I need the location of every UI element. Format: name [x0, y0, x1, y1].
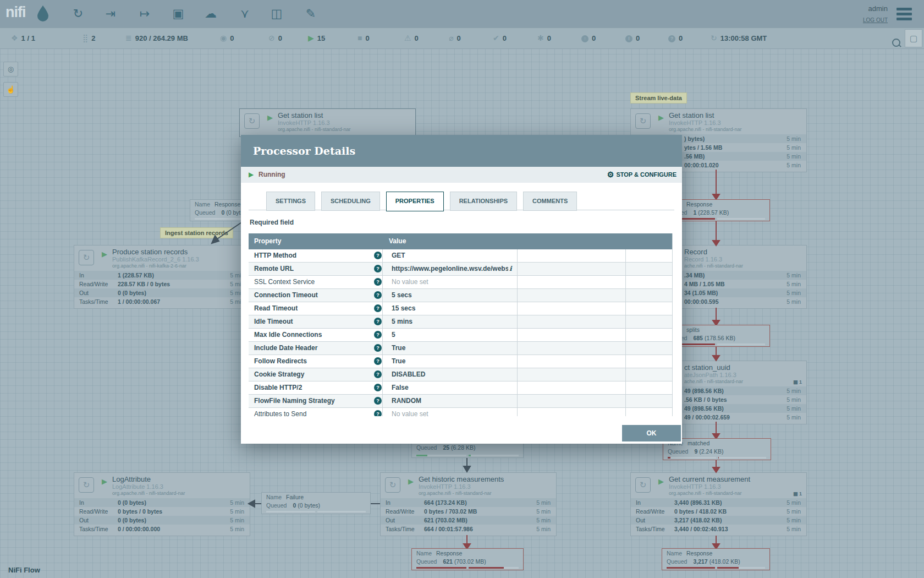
- backpressure-bars: [668, 457, 766, 459]
- help-icon[interactable]: ?: [374, 265, 382, 272]
- running-icon: ▶: [308, 34, 314, 42]
- property-row: Idle Timeout? 5 mins: [249, 315, 672, 329]
- connection-response-bottom-right[interactable]: NameResponse Queued3,217(418.02 KB): [662, 548, 770, 570]
- running-icon: ▶: [249, 167, 254, 183]
- disabled-icon: ⌀: [449, 34, 453, 42]
- processor-icon[interactable]: ↻: [69, 6, 87, 22]
- top-toolbar: nifi ↻ ⇥ ↦ ▣ ☁ ⋎ ◫ ✎ admin LOG OUT: [0, 0, 924, 28]
- dialog-status-bar: ▶ Running ⚙STOP & CONFIGURE: [241, 167, 682, 183]
- dialog-tabs: SETTINGSSCHEDULINGPROPERTIESRELATIONSHIP…: [266, 192, 583, 211]
- help-icon[interactable]: ?: [374, 278, 382, 286]
- connection-response-bottom-left[interactable]: NameResponse Queued621(703.02 MB): [411, 548, 524, 570]
- run-status: Running: [258, 167, 285, 183]
- status-bar: ❖1 / 1 ⣿2 ≣920 / 264.29 MB ◉0 ⊘0 ▶15 ■0 …: [0, 28, 924, 49]
- process-group-icon[interactable]: ▣: [169, 6, 188, 22]
- current-user: admin: [868, 4, 888, 13]
- stale-count: ↑0: [581, 28, 596, 48]
- output-port-icon[interactable]: ↦: [135, 6, 154, 22]
- properties-table-header: Property Value: [249, 233, 672, 249]
- tab-settings[interactable]: SETTINGS: [266, 192, 315, 211]
- input-port-icon[interactable]: ⇥: [101, 6, 120, 22]
- gear-icon: ⚙: [607, 170, 614, 179]
- connection-failure[interactable]: NameFailure Queued0(0 bytes): [261, 492, 371, 514]
- settings-panel-button[interactable]: ▢: [905, 29, 922, 47]
- transmitting-icon: ◉: [220, 34, 227, 42]
- help-icon[interactable]: ?: [374, 331, 382, 339]
- column-divider: [625, 249, 626, 416]
- dialog-title: Processor Details: [241, 135, 682, 167]
- operate-palette-button[interactable]: ☝: [3, 82, 18, 97]
- column-divider: [517, 249, 518, 416]
- logout-link[interactable]: LOG OUT: [863, 17, 888, 23]
- locally-modified-icon: ✱: [537, 34, 544, 42]
- nifi-drop-icon: [36, 5, 50, 23]
- property-row: HTTP Method? GET: [249, 249, 672, 263]
- sync-failure-count: ?0: [668, 28, 683, 48]
- stop-and-configure-button[interactable]: ⚙STOP & CONFIGURE: [607, 167, 676, 183]
- connection-queued-25[interactable]: Queued25(6.28 KB): [411, 443, 524, 458]
- backpressure-bars: [266, 511, 366, 512]
- active-threads: ⣿2: [82, 28, 96, 48]
- queued-stats: ≣920 / 264.29 MB: [125, 28, 188, 48]
- help-icon[interactable]: ?: [374, 410, 382, 416]
- funnel-icon[interactable]: ⋎: [235, 6, 254, 22]
- property-row: Include Date Header? True: [249, 342, 672, 355]
- breadcrumb[interactable]: NiFi Flow: [8, 566, 40, 574]
- not-transmitting-count: ⊘0: [268, 28, 282, 48]
- help-icon[interactable]: ?: [374, 291, 382, 299]
- locally-modified-stale-count: !0: [625, 28, 640, 48]
- property-row: Max Idle Connections? 5: [249, 329, 672, 342]
- help-icon[interactable]: ?: [374, 384, 382, 391]
- last-refresh[interactable]: ↻13:00:58 GMT: [711, 28, 767, 48]
- backpressure-bars: [667, 567, 765, 569]
- ok-button[interactable]: OK: [622, 425, 681, 441]
- search-icon: [892, 39, 900, 47]
- navigate-palette-button[interactable]: ◎: [3, 62, 18, 77]
- invalid-count: ⚠0: [404, 28, 419, 48]
- stopped-count: ■0: [358, 28, 370, 48]
- sync-failure-icon: ?: [668, 35, 675, 42]
- help-icon[interactable]: ?: [374, 370, 382, 378]
- help-icon[interactable]: ?: [374, 397, 382, 405]
- info-icon[interactable]: i: [509, 263, 512, 275]
- property-row: Disable HTTP/2? False: [249, 381, 672, 395]
- stopped-icon: ■: [358, 34, 362, 42]
- help-icon[interactable]: ?: [374, 304, 382, 312]
- property-row: Cookie Strategy? DISABLED: [249, 368, 672, 381]
- queued-icon: ≣: [125, 34, 132, 42]
- disabled-count: ⌀0: [449, 28, 461, 48]
- property-row: Read Timeout? 15 secs: [249, 302, 672, 315]
- invalid-icon: ⚠: [404, 34, 411, 42]
- property-row: Connection Timeout? 5 secs: [249, 289, 672, 302]
- locally-modified-stale-icon: !: [625, 35, 632, 42]
- property-row: Remote URL? https://www.pegelonline.wsv.…: [249, 263, 672, 276]
- cluster-icon: ❖: [11, 34, 18, 42]
- remote-process-group-icon[interactable]: ☁: [201, 6, 220, 22]
- threads-icon: ⣿: [82, 34, 88, 42]
- tab-comments[interactable]: COMMENTS: [523, 192, 577, 211]
- label-icon[interactable]: ✎: [301, 6, 320, 22]
- not-transmitting-icon: ⊘: [268, 34, 275, 42]
- help-icon[interactable]: ?: [374, 318, 382, 325]
- up-to-date-icon: ✔: [493, 34, 499, 42]
- help-icon[interactable]: ?: [374, 252, 382, 259]
- tab-relationships[interactable]: RELATIONSHIPS: [450, 192, 517, 211]
- property-row-clipped: Attributes to Send? No value set: [249, 408, 672, 416]
- search-button[interactable]: [892, 34, 900, 43]
- property-row: SSL Context Service? No value set: [249, 276, 672, 289]
- nifi-logo: nifi: [6, 4, 26, 21]
- global-menu-icon[interactable]: [897, 8, 912, 23]
- tab-scheduling[interactable]: SCHEDULING: [321, 192, 380, 211]
- cluster-status: ❖1 / 1: [11, 28, 35, 48]
- template-icon[interactable]: ◫: [267, 6, 286, 22]
- up-to-date-count: ✔0: [493, 28, 507, 48]
- property-row: FlowFile Naming Strategy? RANDOM: [249, 395, 672, 408]
- stale-icon: ↑: [581, 35, 588, 42]
- required-field-label: Required field: [250, 219, 294, 226]
- locally-modified-count: ✱0: [537, 28, 551, 48]
- help-icon[interactable]: ?: [374, 357, 382, 365]
- help-icon[interactable]: ?: [374, 344, 382, 352]
- transmitting-count: ◉0: [220, 28, 234, 48]
- tab-properties[interactable]: PROPERTIES: [386, 192, 444, 211]
- refresh-icon[interactable]: ↻: [711, 34, 717, 42]
